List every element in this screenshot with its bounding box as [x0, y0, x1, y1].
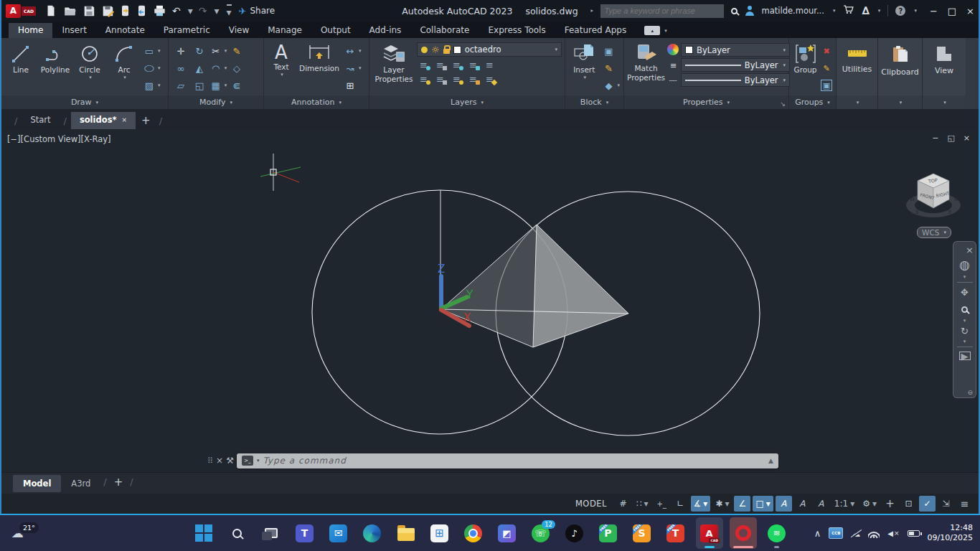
panel-clipboard-caret[interactable] [878, 95, 922, 109]
open-file-button[interactable] [63, 4, 77, 17]
panel-groups-label[interactable]: Groups [789, 95, 836, 109]
leader-dropdown[interactable] [359, 65, 362, 71]
open-from-web-button[interactable] [120, 4, 131, 17]
define-attributes-button[interactable] [602, 79, 615, 92]
autodesk-dropdown[interactable] [878, 8, 881, 14]
stretch-button[interactable] [174, 79, 187, 92]
array-dropdown[interactable] [225, 83, 227, 88]
taskbar-autocad-button[interactable]: ACAD [696, 517, 723, 549]
text-dropdown[interactable] [281, 72, 283, 77]
annotation-scale-button[interactable] [813, 496, 829, 512]
hatch-dropdown[interactable] [158, 83, 161, 88]
graphics-performance-button[interactable] [919, 496, 936, 512]
undo-dropdown[interactable] [188, 5, 193, 17]
taskbar-wps-writer-button[interactable]: TFREE [662, 517, 689, 549]
redo-button[interactable] [199, 5, 207, 17]
window-close-button[interactable] [966, 6, 974, 17]
viewport-controls-label[interactable]: [−][Custom View][X-Ray] [7, 134, 111, 144]
taskbar-spotify-button[interactable] [763, 517, 791, 549]
layer-dropdown-caret[interactable] [555, 47, 557, 52]
panel-block-label[interactable]: Block [565, 95, 623, 109]
taskbar-edge-button[interactable] [359, 517, 386, 549]
erase-button[interactable] [230, 44, 243, 57]
object-color-dropdown[interactable]: ByLayer [681, 43, 790, 57]
layer-unisolate-button[interactable] [433, 58, 447, 71]
tab-express-tools[interactable]: Express Tools [479, 23, 555, 38]
isolate-objects-button[interactable] [900, 496, 917, 512]
file-tab-solidos[interactable]: solidos* [71, 112, 136, 129]
volume-muted-icon[interactable] [887, 529, 899, 537]
taskbar-store-button[interactable] [426, 517, 453, 549]
object-snap-tracking-toggle[interactable] [734, 496, 750, 512]
annotation-visibility-toggle[interactable] [776, 496, 792, 512]
undo-button[interactable] [172, 5, 181, 17]
wifi-icon[interactable] [868, 529, 880, 538]
trim-dropdown[interactable] [225, 48, 227, 54]
compass-e[interactable]: E [948, 209, 951, 215]
layer-color-swatch[interactable] [453, 46, 461, 54]
zoom-dropdown-icon[interactable] [963, 318, 966, 324]
compass-w[interactable]: W [910, 197, 915, 202]
file-tab-start[interactable]: Start [22, 112, 59, 129]
new-drawing-tab-button[interactable] [141, 114, 151, 127]
ribbon-minimize-button[interactable] [644, 26, 660, 35]
tab-manage[interactable]: Manage [258, 23, 311, 38]
linear-dimension-button[interactable] [344, 44, 357, 57]
showmotion-button[interactable] [959, 352, 971, 360]
snap-mode-toggle[interactable] [633, 496, 651, 512]
navigation-bar[interactable] [953, 241, 976, 398]
taskbar-wps-spreadsheet-button[interactable]: SFREE [628, 517, 656, 549]
ellipse-dropdown[interactable] [158, 65, 161, 71]
hatch-button[interactable] [143, 79, 156, 92]
attributes-dropdown[interactable] [617, 83, 620, 88]
table-button[interactable] [344, 79, 357, 92]
ccb-tray-icon[interactable]: CCB [829, 527, 843, 539]
redo-dropdown[interactable] [215, 5, 220, 17]
model-space-indicator[interactable]: MODEL [570, 496, 613, 512]
ribbon-minimize-dropdown[interactable] [664, 28, 667, 34]
panel-annotation-label[interactable]: Annotation [264, 95, 369, 109]
tab-view[interactable]: View [220, 23, 258, 38]
layer-on-off-button[interactable] [417, 72, 430, 85]
viewport-close-button[interactable] [963, 133, 970, 143]
offset-button[interactable] [230, 79, 243, 92]
command-line[interactable]: >_ Type a command [207, 453, 778, 468]
command-prompt-icon[interactable]: >_ [242, 456, 253, 466]
tab-annotate[interactable]: Annotate [96, 23, 154, 38]
layer-freeze-button[interactable] [450, 58, 463, 71]
command-input-bar[interactable]: >_ Type a command [237, 453, 778, 468]
mirror-button[interactable] [193, 62, 206, 75]
orbit-button[interactable] [961, 326, 969, 336]
group-edit-button[interactable] [821, 62, 832, 74]
save-button[interactable] [83, 4, 95, 17]
rotate-button[interactable] [193, 44, 206, 57]
workspace-switching-button[interactable] [859, 496, 880, 512]
panel-view[interactable]: View [923, 38, 966, 109]
taskbar-search-button[interactable] [224, 517, 251, 549]
lineweight-dropdown[interactable]: ByLayer [681, 58, 790, 72]
view-cube[interactable]: W N S E TOP FRONT RIGHT [901, 165, 966, 231]
panel-utilities[interactable]: Utilities [837, 38, 878, 109]
taskbar-tiktok-button[interactable] [561, 517, 588, 549]
array-button[interactable] [209, 79, 222, 92]
username-text[interactable]: matilde.mour... [762, 6, 824, 16]
layer-unlock-button[interactable] [466, 72, 480, 85]
color-wheel-icon[interactable] [667, 44, 679, 55]
command-placeholder-text[interactable]: Type a command [263, 456, 346, 466]
taskbar-whatsapp-button[interactable]: 12 [527, 517, 555, 549]
layer-thaw-sun-icon[interactable] [431, 44, 440, 55]
save-as-button[interactable] [101, 4, 114, 17]
tab-collaborate[interactable]: Collaborate [410, 23, 479, 38]
rectangle-button[interactable] [143, 44, 156, 57]
layer-lock-button[interactable] [466, 58, 480, 71]
layer-match-button[interactable] [483, 58, 496, 71]
line-button[interactable]: Line [4, 41, 37, 95]
command-customize-wrench-icon[interactable] [226, 456, 234, 466]
tab-home[interactable]: Home [9, 23, 52, 38]
recent-commands-caret[interactable] [257, 458, 260, 463]
layout-tab-model[interactable]: Model [13, 475, 61, 492]
taskbar-clock[interactable]: 12:48 09/10/2025 [928, 523, 973, 544]
taskbar-chrome-button[interactable] [460, 517, 487, 549]
taskbar-weather-widget[interactable]: 21° [11, 526, 44, 540]
linear-dimension-dropdown[interactable] [359, 48, 362, 54]
